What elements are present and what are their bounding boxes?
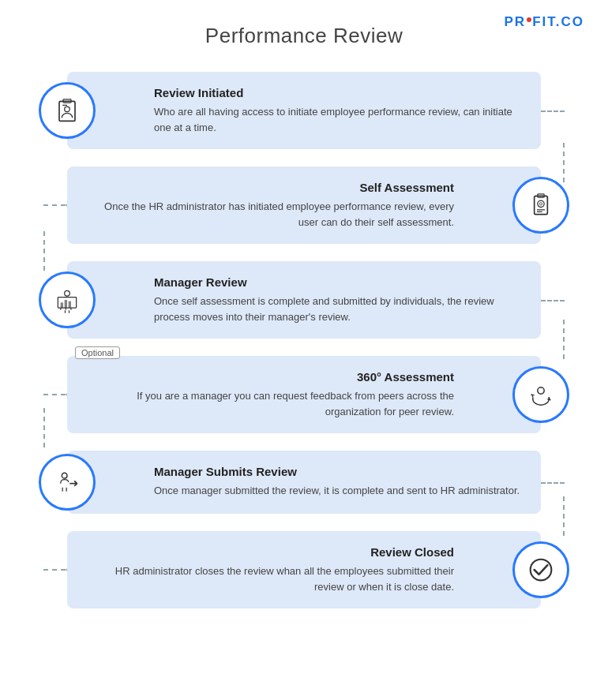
svg-point-21 bbox=[62, 473, 67, 478]
connector-left-6 bbox=[43, 566, 70, 574]
step-manager-review: Manager Review Once self assessment is c… bbox=[67, 261, 541, 339]
svg-point-17 bbox=[60, 309, 62, 310]
v-line-2-3 bbox=[43, 231, 45, 271]
svg-point-6 bbox=[538, 200, 544, 207]
step-360-assessment: Optional bbox=[67, 356, 541, 433]
svg-rect-11 bbox=[61, 302, 63, 308]
logo-text: PR bbox=[505, 14, 527, 30]
clipboard-person-icon bbox=[51, 95, 83, 126]
self-assess-icon bbox=[525, 189, 557, 221]
title-review-initiated: Review Initiated bbox=[154, 86, 525, 99]
title-360: 360° Assessment bbox=[83, 370, 454, 384]
desc-review-closed: HR administrator closes the review whan … bbox=[83, 563, 454, 594]
logo-text-2: FIT.CO bbox=[532, 14, 584, 30]
steps-container: Review Initiated Who are all having acce… bbox=[24, 72, 584, 608]
v-line-1-2 bbox=[563, 143, 565, 182]
icon-360-assessment bbox=[512, 366, 569, 423]
card-manager-review: Manager Review Once self assessment is c… bbox=[67, 261, 541, 339]
desc-manager-review: Once self assessment is complete and sub… bbox=[154, 294, 525, 324]
title-review-closed: Review Closed bbox=[83, 545, 454, 559]
step-review-closed: Review Closed HR administrator closes th… bbox=[67, 531, 541, 608]
icon-review-initiated bbox=[39, 82, 96, 139]
svg-point-14 bbox=[65, 290, 70, 296]
logo-dot bbox=[527, 17, 531, 22]
svg-rect-13 bbox=[69, 301, 71, 308]
icon-manager-submits bbox=[39, 454, 96, 511]
svg-point-2 bbox=[65, 107, 70, 112]
svg-rect-0 bbox=[59, 101, 75, 121]
title-manager-review: Manager Review bbox=[154, 275, 525, 289]
card-self-assessment: Self Assessment Once the HR administrato… bbox=[67, 167, 541, 244]
person-cycle-icon bbox=[525, 379, 557, 410]
svg-point-18 bbox=[66, 309, 67, 310]
v-line-3-4 bbox=[563, 320, 565, 359]
page: PR FIT.CO Performance Review bbox=[0, 0, 608, 700]
card-review-initiated: Review Initiated Who are all having acce… bbox=[67, 72, 541, 149]
v-line-5-6 bbox=[563, 496, 565, 536]
connector-left-4 bbox=[43, 391, 70, 399]
desc-review-initiated: Who are all having access to initiate em… bbox=[154, 104, 525, 135]
card-manager-submits: Manager Submits Review Once manager subm… bbox=[67, 451, 541, 514]
connector-left-2 bbox=[43, 201, 70, 209]
desc-manager-submits: Once manager submitted the review, it is… bbox=[154, 483, 525, 499]
manager-review-icon bbox=[51, 284, 83, 316]
optional-badge: Optional bbox=[75, 346, 120, 359]
page-title: Performance Review bbox=[24, 24, 584, 48]
desc-self-assessment: Once the HR administrator has initiated … bbox=[83, 199, 454, 230]
icon-review-closed bbox=[512, 541, 569, 598]
icon-manager-review bbox=[39, 271, 96, 328]
checkmark-circle-icon bbox=[525, 554, 557, 586]
connector-right-5 bbox=[541, 482, 565, 484]
connector-right-3 bbox=[541, 300, 565, 301]
step-self-assessment: Self Assessment Once the HR administrato… bbox=[67, 167, 541, 244]
card-360-assessment: 360° Assessment If you are a manager you… bbox=[67, 356, 541, 433]
step-manager-submits: Manager Submits Review Once manager subm… bbox=[67, 451, 541, 514]
svg-point-9 bbox=[539, 203, 542, 205]
manager-submit-icon bbox=[51, 466, 83, 498]
svg-point-19 bbox=[70, 309, 72, 310]
title-manager-submits: Manager Submits Review bbox=[154, 465, 525, 478]
svg-rect-12 bbox=[65, 300, 67, 308]
svg-point-20 bbox=[538, 387, 544, 394]
logo: PR FIT.CO bbox=[505, 14, 584, 30]
step-review-initiated: Review Initiated Who are all having acce… bbox=[67, 72, 541, 149]
card-review-closed: Review Closed HR administrator closes th… bbox=[67, 531, 541, 608]
connector-right-1 bbox=[541, 110, 565, 112]
icon-self-assessment bbox=[512, 177, 569, 234]
desc-360: If you are a manager you can request fee… bbox=[83, 388, 454, 419]
v-line-4-5 bbox=[43, 408, 45, 447]
title-self-assessment: Self Assessment bbox=[83, 181, 454, 194]
